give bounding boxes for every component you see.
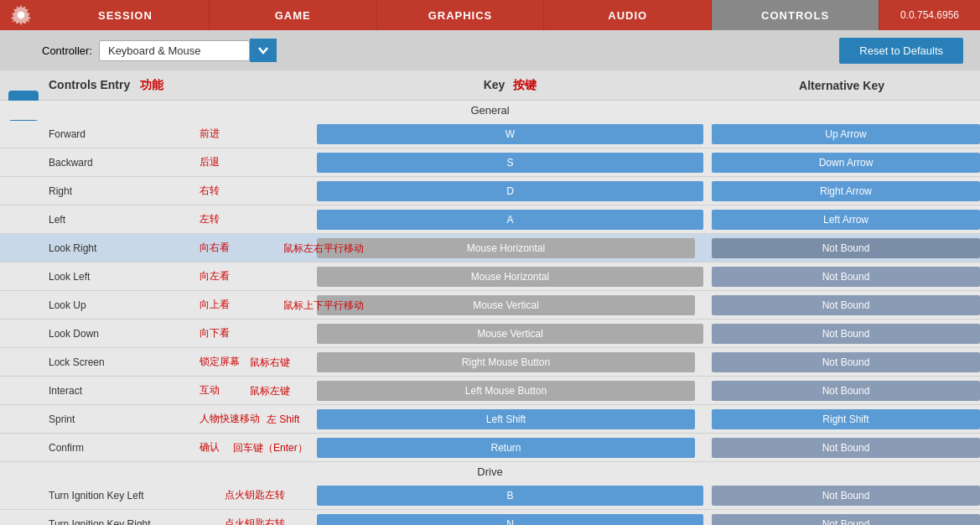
alt-key-btn-ignition-right[interactable]: Not Bound <box>712 514 980 526</box>
entry-forward-chinese: 前进 <box>200 127 317 141</box>
key-btn-backward[interactable]: S <box>317 153 703 173</box>
entry-interact-chinese: 互动 <box>200 383 317 398</box>
tab-controls[interactable]: CONTROLS <box>712 0 879 30</box>
gear-icon <box>9 3 33 27</box>
key-btn-look-left[interactable]: Mouse Horizontal <box>317 267 703 287</box>
alt-key-btn-look-up[interactable]: Not Bound <box>712 295 980 315</box>
table-row: Forward 前进 W Up Arrow <box>0 120 980 148</box>
key-btn-ignition-right[interactable]: N <box>317 514 703 526</box>
col-header-controls-entry: Controls Entry 功能 <box>49 78 317 93</box>
tab-audio[interactable]: AUDIO <box>544 0 712 30</box>
key-btn-ignition-left[interactable]: B <box>317 486 703 506</box>
entry-look-left-chinese: 向左看 <box>200 269 317 283</box>
controller-select-group: Keyboard & Mouse <box>99 39 277 62</box>
controller-label: Controller: <box>42 44 92 57</box>
tab-session[interactable]: SESSION <box>42 0 210 30</box>
key-btn-lock-screen[interactable]: Right Mouse Button <box>317 352 695 372</box>
entry-ignition-right-chinese: 点火钥匙右转 <box>225 517 317 525</box>
chevron-down-icon <box>257 44 270 57</box>
sub-header: Controller: Keyboard & Mouse Reset to De… <box>0 30 980 70</box>
entry-look-up-chinese: 向上看 <box>200 298 317 312</box>
key-btn-look-right[interactable]: Mouse Horizontal <box>317 238 695 258</box>
entry-lock-screen-chinese: 锁定屏幕 <box>200 355 317 369</box>
entry-sprint: Sprint <box>49 413 200 425</box>
table-row: Look Up 向上看 Mouse Vertical 鼠标上下平行移动 Not … <box>0 291 980 320</box>
key-btn-confirm[interactable]: Return <box>317 438 695 458</box>
entry-ignition-left-chinese: 点火钥匙左转 <box>225 488 317 502</box>
controller-select-value[interactable]: Keyboard & Mouse <box>99 40 250 61</box>
entry-sprint-chinese: 人物快速移动 <box>200 412 317 426</box>
table-row: Lock Screen 锁定屏幕 Right Mouse Button 鼠标右键… <box>0 348 980 377</box>
column-headers: Controls Entry 功能 Key 按键 Alternative Key <box>0 70 980 101</box>
main-content: Controls Entry 功能 Key 按键 Alternative Key… <box>0 70 980 525</box>
alt-key-btn-interact[interactable]: Not Bound <box>712 381 980 401</box>
entry-forward: Forward <box>49 128 200 140</box>
alt-key-btn-ignition-left[interactable]: Not Bound <box>712 486 980 506</box>
alt-key-btn-look-right[interactable]: Not Bound <box>712 238 980 258</box>
key-btn-forward[interactable]: W <box>317 124 703 144</box>
entry-backward: Backward <box>49 157 200 169</box>
section-drive: Drive <box>0 462 980 481</box>
alt-key-btn-lock-screen[interactable]: Not Bound <box>712 352 980 372</box>
entry-ignition-left: Turn Ignition Key Left <box>49 490 225 502</box>
key-btn-sprint[interactable]: Left Shift <box>317 409 695 429</box>
table-row: Turn Ignition Key Left 点火钥匙左转 B Not Boun… <box>0 481 980 510</box>
table-row: Sprint 人物快速移动 Left Shift 左 Shift Right S… <box>0 405 980 434</box>
table-area: General Forward 前进 W Up Arrow Backward 后… <box>0 101 980 525</box>
section-general: General <box>0 101 980 120</box>
app-version: 0.0.754.6956 <box>879 0 980 30</box>
entry-backward-chinese: 后退 <box>200 155 317 169</box>
key-btn-right[interactable]: D <box>317 181 703 201</box>
top-nav-bar: SESSION GAME GRAPHICS AUDIO CONTROLS 0.0… <box>0 0 980 30</box>
alt-key-btn-forward[interactable]: Up Arrow <box>712 124 980 144</box>
alt-key-btn-look-left[interactable]: Not Bound <box>712 267 980 287</box>
controller-dropdown-button[interactable] <box>250 39 277 62</box>
alt-key-btn-right[interactable]: Right Arrow <box>712 181 980 201</box>
entry-interact: Interact <box>49 385 200 397</box>
table-row: Right 右转 D Right Arrow <box>0 177 980 205</box>
entry-ignition-right: Turn Ignition Key Right <box>49 518 225 526</box>
entry-left: Left <box>49 214 200 226</box>
entry-left-chinese: 左转 <box>200 212 317 226</box>
tab-graphics[interactable]: GRAPHICS <box>377 0 545 30</box>
col-header-alt-key: Alternative Key <box>703 79 980 92</box>
entry-look-down: Look Down <box>49 328 200 340</box>
alt-key-btn-left[interactable]: Left Arrow <box>712 210 980 230</box>
entry-look-up: Look Up <box>49 299 200 311</box>
key-btn-interact[interactable]: Left Mouse Button <box>317 381 695 401</box>
key-btn-left[interactable]: A <box>317 210 703 230</box>
table-row: Look Left 向左看 Mouse Horizontal Not Bound <box>0 262 980 291</box>
alt-key-btn-sprint[interactable]: Right Shift <box>712 409 980 429</box>
entry-confirm-chinese: 确认 <box>200 440 317 455</box>
table-row: Turn Ignition Key Right 点火钥匙右转 N Not Bou… <box>0 510 980 525</box>
entry-right-chinese: 右转 <box>200 184 317 198</box>
alt-key-btn-look-down[interactable]: Not Bound <box>712 324 980 344</box>
entry-lock-screen: Lock Screen <box>49 356 200 368</box>
col-header-key: Key 按键 <box>317 78 703 93</box>
entry-look-down-chinese: 向下看 <box>200 326 317 340</box>
app-logo <box>0 0 42 30</box>
table-row: Look Right 向右看 Mouse Horizontal 鼠标左右平行移动… <box>0 234 980 262</box>
entry-look-left: Look Left <box>49 271 200 283</box>
table-row: Left 左转 A Left Arrow <box>0 205 980 234</box>
entry-look-right: Look Right <box>49 242 200 254</box>
table-row: Confirm 确认 Return 回车键（Enter） Not Bound <box>0 434 980 462</box>
tab-game[interactable]: GAME <box>210 0 377 30</box>
entry-look-right-chinese: 向右看 <box>200 241 317 255</box>
table-row: Backward 后退 S Down Arrow <box>0 148 980 177</box>
entry-confirm: Confirm <box>49 442 200 454</box>
entry-right: Right <box>49 185 200 197</box>
alt-key-btn-backward[interactable]: Down Arrow <box>712 153 980 173</box>
reset-defaults-button[interactable]: Reset to Defaults <box>839 38 963 64</box>
alt-key-btn-confirm[interactable]: Not Bound <box>712 438 980 458</box>
table-row: Look Down 向下看 Mouse Vertical Not Bound <box>0 320 980 348</box>
key-btn-look-down[interactable]: Mouse Vertical <box>317 324 703 344</box>
key-btn-look-up[interactable]: Mouse Vertical <box>317 295 695 315</box>
table-row: Interact 互动 Left Mouse Button 鼠标左键 Not B… <box>0 377 980 405</box>
